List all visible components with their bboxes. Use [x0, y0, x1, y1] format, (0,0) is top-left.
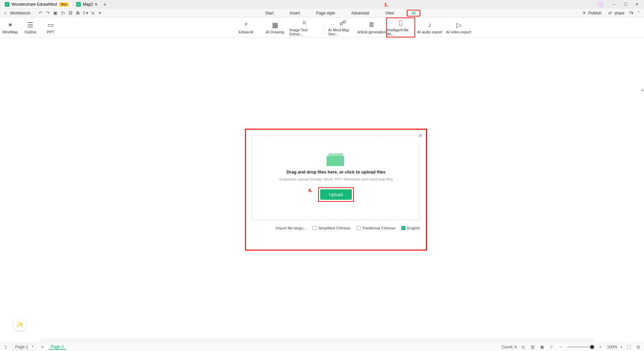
modal-close-button[interactable]: ✕ [418, 132, 423, 139]
ai-mindmap-gen[interactable]: ☍AI Mind Map Gen... [328, 18, 357, 37]
node-count-label: Count: 4 [501, 345, 517, 349]
document-tab[interactable]: ≡ Map2 [73, 1, 100, 8]
main-menu: Start Insert Page style Advanced View AI [105, 10, 577, 17]
menu-pagestyle[interactable]: Page style [313, 10, 338, 17]
lang-traditional-chinese[interactable]: Traditional Chinese [357, 226, 396, 230]
horizontal-scrollbar[interactable] [40, 339, 593, 342]
app-tab[interactable]: ≡ Wondershare EdrawMind Pro [1, 1, 72, 8]
fit-icon[interactable]: ⤢ [548, 345, 554, 349]
ai-video-export[interactable]: ▷AI video export [444, 18, 473, 37]
home-icon[interactable]: ⌂ [3, 10, 8, 15]
open-file-button[interactable]: 🗀 [60, 10, 65, 15]
import-language-row: Import file langu... Simplified Chinese … [252, 226, 420, 230]
fullscreen-button[interactable]: ⛶ [626, 345, 632, 349]
menu-ai[interactable]: AI [407, 10, 420, 17]
view-mode-group: ✶MindMap ☰Outline ▭PPT [0, 18, 61, 37]
article-icon: 🗎 [368, 21, 375, 29]
help-button[interactable]: ?▾ [628, 10, 634, 15]
pro-badge: Pro [59, 2, 69, 7]
video-export-icon: ▷ [456, 21, 461, 29]
ai-drawing-icon: ▦ [272, 21, 278, 29]
maximize-button[interactable]: ☐ [620, 0, 631, 8]
focus-icon[interactable]: ◎ [520, 345, 526, 349]
mindmap-gen-icon: ☍ [339, 19, 346, 27]
app-name-label: Wondershare EdrawMind [11, 2, 57, 7]
workbench-label[interactable]: Workbench [10, 11, 30, 15]
folder-icon [327, 153, 345, 167]
menu-row: ⌂ Workbench ↶ ↷ ▣ 🗀 🖫 🖶 ⇪▾ ⇲ ▾ Start Ins… [0, 9, 644, 18]
viewmode-ppt[interactable]: ▭PPT [40, 18, 61, 37]
share-button[interactable]: ⇄share [606, 10, 626, 15]
ai-intelligent-file-analysis[interactable]: ⌷Intelligent file An... [386, 18, 415, 37]
edraw-ai-icon: 〃 [243, 21, 249, 29]
right-panel-grip[interactable]: ◂ [640, 85, 644, 95]
collapse-ribbon-button[interactable]: ˄ [636, 10, 641, 15]
ribbon: ✶MindMap ☰Outline ▭PPT 〃Edraw AI ▦AI Dra… [0, 18, 644, 38]
ai-tool-group: 〃Edraw AI ▦AI Drawing ⌗Image Text Extrac… [232, 18, 473, 37]
panel-toggle-button[interactable]: ▯ [3, 345, 9, 349]
collapse-status-button[interactable]: ⊟ [635, 345, 641, 349]
import-button[interactable]: ⇲ [90, 10, 95, 15]
save-button[interactable]: 🖫 [67, 10, 73, 15]
menu-insert[interactable]: Insert [286, 10, 303, 17]
lang-simplified-chinese[interactable]: Simplified Chinese [312, 226, 350, 230]
redo-button[interactable]: ↷ [45, 10, 51, 15]
more-toolbar-button[interactable]: ▾ [97, 10, 102, 15]
new-file-button[interactable]: ▣ [53, 10, 58, 15]
doc-logo-icon: ≡ [76, 2, 81, 7]
status-bar: ▯ Page-1 ＋ Page-1 Count: 4 ◎ ▥ ▣ ⤢ − ＋ 1… [0, 342, 644, 351]
outline-icon: ☰ [27, 21, 33, 29]
extract-icon: ⌗ [302, 19, 306, 27]
ai-image-text-extract[interactable]: ⌗Image Text Extrac... [289, 18, 318, 37]
zoom-slider[interactable] [567, 346, 594, 348]
page-selector[interactable]: Page-1 [12, 344, 36, 350]
file-analysis-icon: ⌷ [399, 19, 403, 27]
undo-button[interactable]: ↶ [38, 10, 43, 15]
menu-view[interactable]: View [382, 10, 398, 17]
upload-button-highlight: Upload [318, 187, 354, 202]
user-avatar[interactable] [597, 1, 604, 8]
export-button[interactable]: ⇪▾ [82, 10, 88, 15]
audio-export-icon: ♪ [428, 21, 431, 29]
ai-assistant-bubble[interactable]: ✨ [13, 318, 26, 331]
annotation-4: 4. [308, 187, 312, 193]
zoom-slider-knob[interactable] [590, 345, 594, 349]
lang-english[interactable]: ✓English [401, 226, 420, 230]
annotation-1: 1. [384, 2, 389, 7]
minimize-button[interactable]: ─ [608, 0, 620, 8]
publish-button[interactable]: ✈Publish [580, 10, 604, 15]
publish-icon: ✈ [582, 10, 587, 15]
ai-audio-export[interactable]: ♪AI audio export [415, 18, 444, 37]
ai-article-gen[interactable]: 🗎Article generation [357, 18, 386, 37]
drop-zone[interactable]: Drag and drop files here, or click to up… [252, 135, 420, 220]
checkbox-icon [312, 226, 316, 230]
titlebar: ≡ Wondershare EdrawMind Pro ≡ Map2 ＋ ─ ☐… [0, 0, 644, 9]
upload-modal: ✕ Drag and drop files here, or click to … [246, 130, 426, 250]
share-icon: ⇄ [608, 10, 613, 15]
split-view-icon[interactable]: ▥ [529, 345, 535, 349]
ai-edraw[interactable]: 〃Edraw AI [232, 18, 260, 37]
close-window-button[interactable]: ✕ [631, 0, 643, 8]
mindmap-icon: ✶ [7, 21, 13, 29]
viewmode-outline[interactable]: ☰Outline [20, 18, 40, 37]
page-tab[interactable]: Page-1 [49, 344, 66, 350]
document-tab-label: Map2 [83, 2, 93, 7]
zoom-out-button[interactable]: − [558, 345, 564, 349]
zoom-level-label[interactable]: 100% [607, 345, 617, 349]
zoom-in-button[interactable]: ＋ [597, 344, 604, 350]
menu-advanced[interactable]: Advanced [348, 10, 372, 17]
add-page-button[interactable]: ＋ [39, 344, 45, 350]
upload-button[interactable]: Upload [320, 189, 351, 200]
menu-start[interactable]: Start [262, 10, 277, 17]
drop-headline: Drag and drop files here, or click to up… [286, 169, 386, 174]
ai-drawing[interactable]: ▦AI Drawing [260, 18, 289, 37]
unsaved-dot-icon [95, 3, 97, 5]
viewmode-mindmap[interactable]: ✶MindMap [0, 18, 20, 37]
app-logo-icon: ≡ [5, 2, 9, 7]
checkbox-icon: ✓ [401, 226, 405, 230]
ppt-icon: ▭ [48, 21, 54, 29]
upload-modal-highlight: ✕ Drag and drop files here, or click to … [245, 129, 427, 251]
presentation-icon[interactable]: ▣ [539, 345, 545, 349]
new-tab-button[interactable]: ＋ [101, 1, 109, 8]
print-button[interactable]: 🖶 [75, 10, 80, 15]
